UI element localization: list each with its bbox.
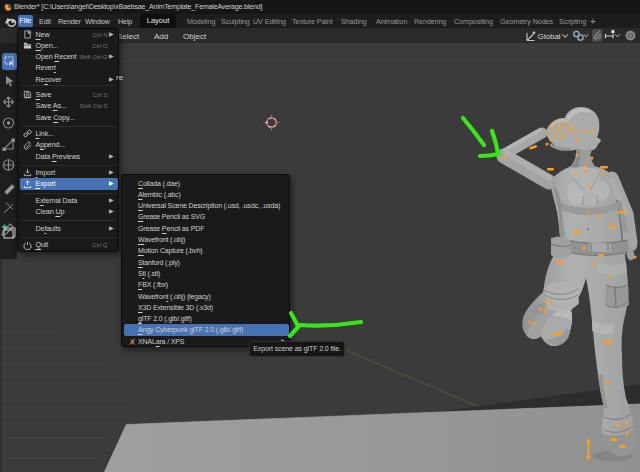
svg-text:Global: Global [538, 32, 561, 41]
